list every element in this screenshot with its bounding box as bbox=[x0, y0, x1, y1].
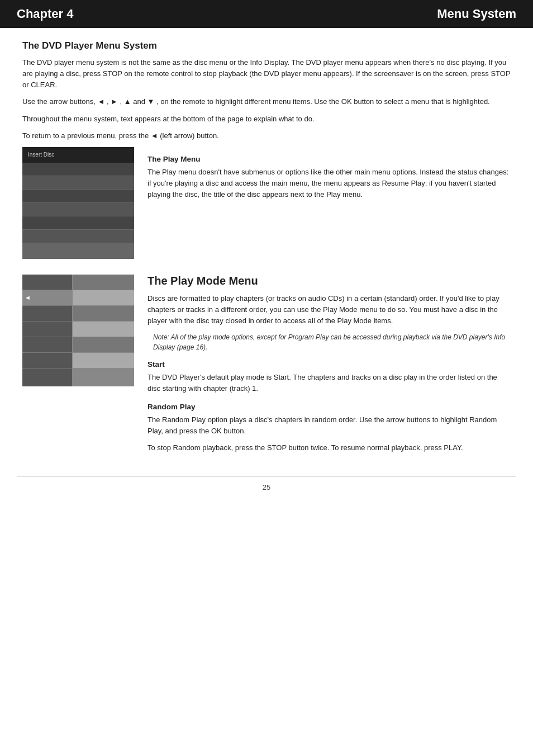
menu-footer-area bbox=[22, 243, 134, 259]
play-menu-para1: The Play menu doesn't have submenus or o… bbox=[147, 167, 511, 200]
play-mode-menu-text: The Play Mode Menu Discs are formatted t… bbox=[147, 275, 511, 459]
menu-row-3 bbox=[22, 190, 134, 203]
pm-left-row-1 bbox=[22, 275, 72, 290]
play-menu-heading: The Play Menu bbox=[147, 155, 511, 163]
pm-right-row-1 bbox=[73, 275, 134, 290]
start-para: The DVD Player's default play mode is St… bbox=[147, 372, 511, 394]
menu-row-6 bbox=[22, 230, 134, 243]
dvd-menu-system-section: The DVD Player Menu System The DVD playe… bbox=[22, 40, 511, 141]
content-area: The DVD Player Menu System The DVD playe… bbox=[0, 40, 533, 459]
pm-right-row-3 bbox=[73, 306, 134, 322]
play-menu-section: Insert Disc The Play Menu The Play menu … bbox=[22, 147, 511, 259]
pm-left-row-5 bbox=[22, 337, 72, 353]
random-para1: The Random Play option plays a disc's ch… bbox=[147, 414, 511, 437]
pm-right-row-2 bbox=[73, 290, 134, 306]
play-menu-text: The Play Menu The Play menu doesn't have… bbox=[147, 147, 511, 206]
play-mode-note: Note: All of the play mode options, exce… bbox=[153, 332, 511, 352]
playmode-menu-mockup: ◄ bbox=[22, 275, 134, 386]
playmode-right-col bbox=[73, 275, 134, 386]
pm-right-row-4 bbox=[73, 322, 134, 337]
menu-top-row: Insert Disc bbox=[22, 147, 134, 163]
pm-right-row-5 bbox=[73, 337, 134, 353]
pm-left-row-6 bbox=[22, 353, 72, 368]
page-wrapper: Chapter 4 Menu System The DVD Player Men… bbox=[0, 0, 533, 756]
dvd-menu-system-heading: The DVD Player Menu System bbox=[22, 40, 511, 51]
menu-row-2 bbox=[22, 176, 134, 190]
playmode-left-col: ◄ bbox=[22, 275, 73, 386]
bottom-rule bbox=[17, 476, 516, 476]
pm-left-footer bbox=[22, 368, 72, 386]
pm-left-row-selected: ◄ bbox=[22, 290, 72, 306]
random-para2: To stop Random playback, press the STOP … bbox=[147, 442, 511, 453]
pm-right-row-6 bbox=[73, 353, 134, 368]
pm-left-row-4 bbox=[22, 322, 72, 337]
play-menu-mockup: Insert Disc bbox=[22, 147, 134, 259]
play-mode-heading: The Play Mode Menu bbox=[147, 275, 511, 287]
dvd-menu-para4: To return to a previous menu, press the … bbox=[22, 130, 511, 141]
chapter-label: Chapter 4 bbox=[17, 7, 73, 21]
dvd-menu-para3: Throughout the menu system, text appears… bbox=[22, 114, 511, 125]
start-heading: Start bbox=[147, 360, 511, 368]
play-mode-para1: Discs are formatted to play chapters (or… bbox=[147, 293, 511, 327]
menu-row-4 bbox=[22, 203, 134, 216]
menu-row-1 bbox=[22, 163, 134, 176]
dvd-menu-para2: Use the arrow buttons, ◄ , ► , ▲ and ▼ ,… bbox=[22, 96, 511, 107]
menu-row-5 bbox=[22, 216, 134, 230]
insert-disc-label: Insert Disc bbox=[28, 152, 54, 158]
page-number: 25 bbox=[0, 482, 533, 493]
chapter-header: Chapter 4 Menu System bbox=[0, 0, 533, 28]
pm-left-row-3 bbox=[22, 306, 72, 322]
random-heading: Random Play bbox=[147, 403, 511, 411]
play-mode-menu-section: ◄ The Play bbox=[22, 275, 511, 459]
chapter-title: Menu System bbox=[437, 7, 516, 21]
pm-right-footer bbox=[73, 368, 134, 386]
dvd-menu-para1: The DVD player menu system is not the sa… bbox=[22, 57, 511, 91]
